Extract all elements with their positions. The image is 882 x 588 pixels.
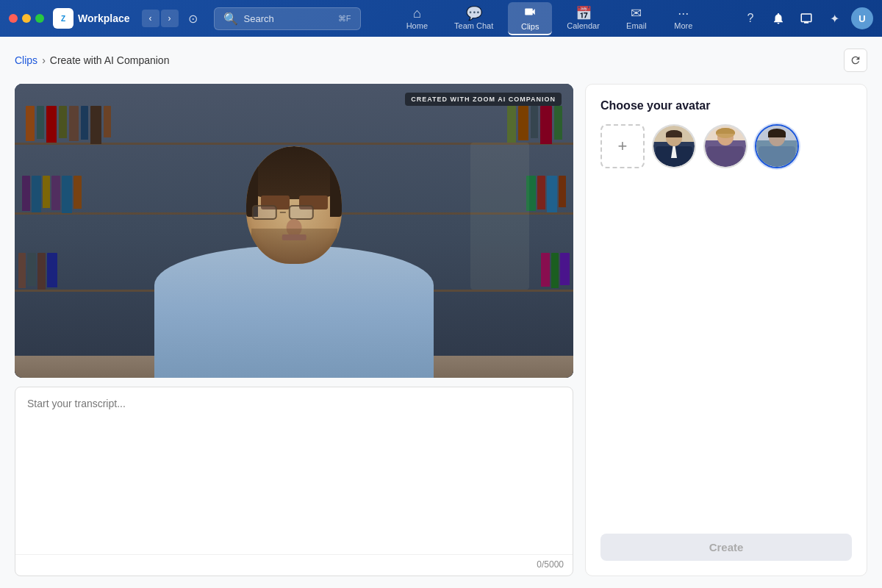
add-avatar-button[interactable]: +	[600, 124, 645, 168]
avatar-1-hair	[666, 130, 682, 137]
zoom-logo: Z Workplace	[53, 8, 130, 29]
nav-item-home[interactable]: ⌂ Home	[395, 4, 440, 33]
minimize-window-button[interactable]	[22, 14, 31, 23]
nav-item-clips[interactable]: Clips	[508, 2, 552, 35]
window-controls	[9, 14, 44, 23]
avatar-section: Choose your avatar +	[600, 99, 852, 168]
nav-item-calendar-label: Calendar	[567, 21, 600, 30]
search-label: Search	[244, 13, 274, 24]
nav-right-icons: ? ✦ U	[739, 7, 873, 29]
search-bar[interactable]: 🔍 Search ⌘F	[214, 7, 361, 30]
window-light	[470, 143, 529, 290]
book-group-3	[22, 176, 82, 213]
book-group-6	[541, 253, 570, 288]
avatar-section-title: Choose your avatar	[600, 99, 852, 112]
nav-item-more[interactable]: ··· More	[662, 4, 706, 33]
avatar-mouth	[282, 234, 306, 240]
transcript-area: 0/5000	[15, 387, 573, 576]
avatar-3-hair	[768, 129, 786, 137]
nav-item-clips-label: Clips	[521, 22, 539, 31]
ai-avatar-person	[154, 260, 434, 378]
help-button[interactable]: ?	[739, 7, 761, 29]
teamchat-icon: 💬	[466, 7, 482, 20]
avatar-2-top	[707, 146, 744, 167]
email-icon: ✉	[631, 7, 642, 20]
two-column-layout: CREATED WITH ZOOM AI COMPANION 0/5000 Ch…	[15, 84, 867, 576]
nav-arrows: ‹ ›	[142, 10, 179, 27]
avatar-hair	[246, 146, 342, 199]
avatar-3-visual	[756, 126, 797, 167]
nav-item-teamchat[interactable]: 💬 Team Chat	[442, 4, 505, 33]
video-preview: CREATED WITH ZOOM AI COMPANION	[15, 84, 573, 378]
calendar-icon: 📅	[576, 7, 592, 20]
maximize-window-button[interactable]	[35, 14, 44, 23]
add-icon: +	[618, 137, 628, 156]
search-icon: 🔍	[223, 12, 238, 26]
ai-companion-badge: CREATED WITH ZOOM AI COMPANION	[405, 93, 562, 106]
breadcrumb: Clips › Create with AI Companion	[15, 49, 867, 72]
avatar-item-2[interactable]	[703, 124, 747, 168]
avatar-item-1[interactable]	[652, 124, 696, 168]
book-group-1	[26, 106, 111, 144]
nav-item-teamchat-label: Team Chat	[454, 21, 493, 30]
avatar-item-3[interactable]	[755, 124, 799, 168]
history-button[interactable]: ⊙	[184, 10, 202, 27]
video-canvas: CREATED WITH ZOOM AI COMPANION	[15, 84, 573, 378]
create-button-area: Create	[600, 534, 852, 561]
clips-icon	[523, 5, 537, 21]
nav-item-calendar[interactable]: 📅 Calendar	[555, 4, 612, 33]
avatar-3-shirt	[759, 146, 795, 167]
user-avatar[interactable]: U	[851, 7, 873, 29]
more-icon: ···	[678, 7, 689, 20]
nav-item-email[interactable]: ✉ Email	[614, 4, 659, 33]
nav-item-email-label: Email	[626, 21, 647, 30]
screen-button[interactable]	[795, 7, 817, 29]
transcript-input[interactable]	[15, 387, 573, 554]
top-navigation: Z Workplace ‹ › ⊙ 🔍 Search ⌘F ⌂ Home 💬 T…	[0, 0, 882, 37]
notifications-button[interactable]	[767, 7, 789, 29]
avatar-2-hair	[716, 128, 735, 138]
magic-button[interactable]: ✦	[823, 7, 845, 29]
avatar-2-visual	[705, 126, 746, 167]
book-group-5	[18, 253, 57, 290]
nav-item-home-label: Home	[406, 21, 428, 30]
close-window-button[interactable]	[9, 14, 18, 23]
nav-item-more-label: More	[674, 21, 692, 30]
left-column: CREATED WITH ZOOM AI COMPANION 0/5000	[15, 84, 573, 576]
avatar-grid: +	[600, 124, 852, 168]
avatar-1-visual	[653, 126, 695, 167]
avatar-glasses	[252, 205, 336, 220]
avatar-body	[154, 245, 434, 378]
transcript-footer: 0/5000	[15, 554, 573, 576]
book-group-4	[526, 176, 566, 212]
create-button[interactable]: Create	[600, 534, 852, 561]
forward-button[interactable]: ›	[161, 10, 179, 27]
avatar-head	[246, 146, 342, 264]
back-button[interactable]: ‹	[142, 10, 159, 27]
glasses-bridge	[280, 212, 286, 213]
zoom-logo-text: Workplace	[78, 12, 130, 24]
glasses-left-lens	[252, 205, 277, 220]
right-column: Choose your avatar +	[585, 84, 867, 576]
nav-items: ⌂ Home 💬 Team Chat Clips 📅 Calendar ✉ Em…	[367, 2, 734, 35]
main-content: Clips › Create with AI Companion	[0, 37, 882, 588]
book-group-2	[507, 106, 562, 144]
refresh-button[interactable]	[844, 49, 867, 72]
breadcrumb-current: Create with AI Companion	[50, 54, 170, 66]
breadcrumb-separator: ›	[42, 54, 46, 66]
glasses-right-lens	[289, 205, 314, 220]
char-count: 0/5000	[537, 559, 564, 570]
breadcrumb-clips-link[interactable]: Clips	[15, 54, 37, 66]
home-icon: ⌂	[413, 7, 421, 20]
search-shortcut: ⌘F	[338, 14, 351, 24]
zoom-logo-icon: Z	[53, 8, 74, 29]
